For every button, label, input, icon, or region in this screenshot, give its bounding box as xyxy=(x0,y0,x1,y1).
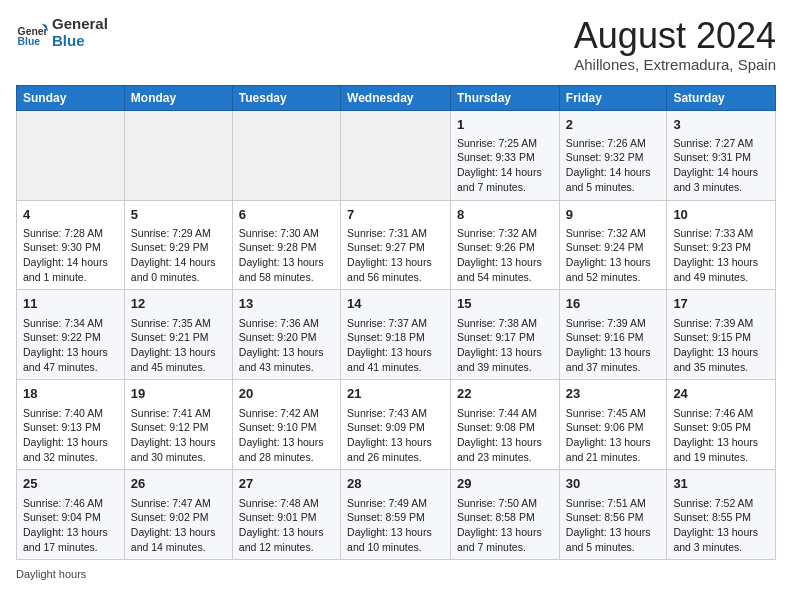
cell-info: Sunset: 9:16 PM xyxy=(566,330,661,345)
cell-info: Daylight: 13 hours and 54 minutes. xyxy=(457,255,553,284)
cell-info: Sunrise: 7:39 AM xyxy=(673,316,769,331)
page-header: General Blue General Blue August 2024 Ah… xyxy=(16,16,776,73)
cell-info: Daylight: 13 hours and 30 minutes. xyxy=(131,435,226,464)
logo-blue-text: Blue xyxy=(52,33,108,50)
cell-info: Sunrise: 7:31 AM xyxy=(347,226,444,241)
cell-info: Sunset: 9:30 PM xyxy=(23,240,118,255)
calendar-cell: 4Sunrise: 7:28 AMSunset: 9:30 PMDaylight… xyxy=(17,200,125,290)
calendar-cell: 21Sunrise: 7:43 AMSunset: 9:09 PMDayligh… xyxy=(341,380,451,470)
day-number: 5 xyxy=(131,206,226,224)
cell-info: Sunset: 9:09 PM xyxy=(347,420,444,435)
logo: General Blue General Blue xyxy=(16,16,108,49)
day-number: 24 xyxy=(673,385,769,403)
day-number: 9 xyxy=(566,206,661,224)
cell-info: Sunset: 9:18 PM xyxy=(347,330,444,345)
cell-info: Sunset: 9:22 PM xyxy=(23,330,118,345)
day-number: 2 xyxy=(566,116,661,134)
cell-info: Sunrise: 7:41 AM xyxy=(131,406,226,421)
cell-info: Sunrise: 7:40 AM xyxy=(23,406,118,421)
calendar-cell: 12Sunrise: 7:35 AMSunset: 9:21 PMDayligh… xyxy=(124,290,232,380)
calendar-cell: 8Sunrise: 7:32 AMSunset: 9:26 PMDaylight… xyxy=(451,200,560,290)
title-block: August 2024 Ahillones, Extremadura, Spai… xyxy=(574,16,776,73)
cell-info: Sunset: 9:01 PM xyxy=(239,510,334,525)
cell-info: Sunrise: 7:46 AM xyxy=(23,496,118,511)
cell-info: Daylight: 13 hours and 17 minutes. xyxy=(23,525,118,554)
cell-info: Sunset: 9:05 PM xyxy=(673,420,769,435)
cell-info: Sunset: 9:10 PM xyxy=(239,420,334,435)
cell-info: Sunrise: 7:46 AM xyxy=(673,406,769,421)
day-number: 28 xyxy=(347,475,444,493)
cell-info: Daylight: 13 hours and 45 minutes. xyxy=(131,345,226,374)
cell-info: Daylight: 13 hours and 47 minutes. xyxy=(23,345,118,374)
cell-info: Daylight: 14 hours and 0 minutes. xyxy=(131,255,226,284)
location-subtitle: Ahillones, Extremadura, Spain xyxy=(574,56,776,73)
calendar-header: SundayMondayTuesdayWednesdayThursdayFrid… xyxy=(17,85,776,110)
day-number: 11 xyxy=(23,295,118,313)
cell-info: Daylight: 13 hours and 21 minutes. xyxy=(566,435,661,464)
cell-info: Daylight: 13 hours and 19 minutes. xyxy=(673,435,769,464)
cell-info: Sunrise: 7:30 AM xyxy=(239,226,334,241)
day-number: 13 xyxy=(239,295,334,313)
calendar-cell: 23Sunrise: 7:45 AMSunset: 9:06 PMDayligh… xyxy=(559,380,667,470)
cell-info: Sunset: 9:24 PM xyxy=(566,240,661,255)
month-year-title: August 2024 xyxy=(574,16,776,56)
day-header-friday: Friday xyxy=(559,85,667,110)
cell-info: Daylight: 13 hours and 5 minutes. xyxy=(566,525,661,554)
day-header-wednesday: Wednesday xyxy=(341,85,451,110)
calendar-cell: 24Sunrise: 7:46 AMSunset: 9:05 PMDayligh… xyxy=(667,380,776,470)
cell-info: Sunrise: 7:28 AM xyxy=(23,226,118,241)
svg-text:General: General xyxy=(18,25,48,36)
cell-info: Sunrise: 7:50 AM xyxy=(457,496,553,511)
cell-info: Sunset: 9:20 PM xyxy=(239,330,334,345)
cell-info: Sunset: 9:28 PM xyxy=(239,240,334,255)
cell-info: Sunrise: 7:32 AM xyxy=(457,226,553,241)
calendar-cell: 11Sunrise: 7:34 AMSunset: 9:22 PMDayligh… xyxy=(17,290,125,380)
calendar-cell: 29Sunrise: 7:50 AMSunset: 8:58 PMDayligh… xyxy=(451,470,560,560)
calendar-cell: 22Sunrise: 7:44 AMSunset: 9:08 PMDayligh… xyxy=(451,380,560,470)
day-header-tuesday: Tuesday xyxy=(232,85,340,110)
week-row-4: 18Sunrise: 7:40 AMSunset: 9:13 PMDayligh… xyxy=(17,380,776,470)
cell-info: Sunrise: 7:52 AM xyxy=(673,496,769,511)
week-row-5: 25Sunrise: 7:46 AMSunset: 9:04 PMDayligh… xyxy=(17,470,776,560)
calendar-cell: 15Sunrise: 7:38 AMSunset: 9:17 PMDayligh… xyxy=(451,290,560,380)
cell-info: Sunset: 9:26 PM xyxy=(457,240,553,255)
calendar-cell: 3Sunrise: 7:27 AMSunset: 9:31 PMDaylight… xyxy=(667,110,776,200)
day-number: 8 xyxy=(457,206,553,224)
day-number: 4 xyxy=(23,206,118,224)
day-number: 18 xyxy=(23,385,118,403)
cell-info: Sunset: 9:15 PM xyxy=(673,330,769,345)
day-number: 1 xyxy=(457,116,553,134)
cell-info: Sunrise: 7:45 AM xyxy=(566,406,661,421)
cell-info: Sunrise: 7:37 AM xyxy=(347,316,444,331)
header-row: SundayMondayTuesdayWednesdayThursdayFrid… xyxy=(17,85,776,110)
day-number: 19 xyxy=(131,385,226,403)
cell-info: Sunset: 8:56 PM xyxy=(566,510,661,525)
cell-info: Sunrise: 7:39 AM xyxy=(566,316,661,331)
day-header-saturday: Saturday xyxy=(667,85,776,110)
cell-info: Sunrise: 7:47 AM xyxy=(131,496,226,511)
day-number: 15 xyxy=(457,295,553,313)
cell-info: Daylight: 13 hours and 37 minutes. xyxy=(566,345,661,374)
calendar-cell: 26Sunrise: 7:47 AMSunset: 9:02 PMDayligh… xyxy=(124,470,232,560)
calendar-cell: 5Sunrise: 7:29 AMSunset: 9:29 PMDaylight… xyxy=(124,200,232,290)
calendar-cell: 16Sunrise: 7:39 AMSunset: 9:16 PMDayligh… xyxy=(559,290,667,380)
cell-info: Sunset: 9:06 PM xyxy=(566,420,661,435)
cell-info: Sunset: 9:21 PM xyxy=(131,330,226,345)
cell-info: Sunrise: 7:42 AM xyxy=(239,406,334,421)
cell-info: Sunset: 9:33 PM xyxy=(457,150,553,165)
cell-info: Sunrise: 7:29 AM xyxy=(131,226,226,241)
calendar-cell xyxy=(124,110,232,200)
cell-info: Sunset: 8:55 PM xyxy=(673,510,769,525)
cell-info: Sunrise: 7:33 AM xyxy=(673,226,769,241)
cell-info: Sunrise: 7:26 AM xyxy=(566,136,661,151)
day-number: 20 xyxy=(239,385,334,403)
day-header-monday: Monday xyxy=(124,85,232,110)
cell-info: Sunrise: 7:32 AM xyxy=(566,226,661,241)
day-number: 7 xyxy=(347,206,444,224)
cell-info: Daylight: 13 hours and 3 minutes. xyxy=(673,525,769,554)
cell-info: Daylight: 14 hours and 7 minutes. xyxy=(457,165,553,194)
cell-info: Daylight: 13 hours and 49 minutes. xyxy=(673,255,769,284)
day-number: 6 xyxy=(239,206,334,224)
calendar-cell xyxy=(341,110,451,200)
day-number: 16 xyxy=(566,295,661,313)
